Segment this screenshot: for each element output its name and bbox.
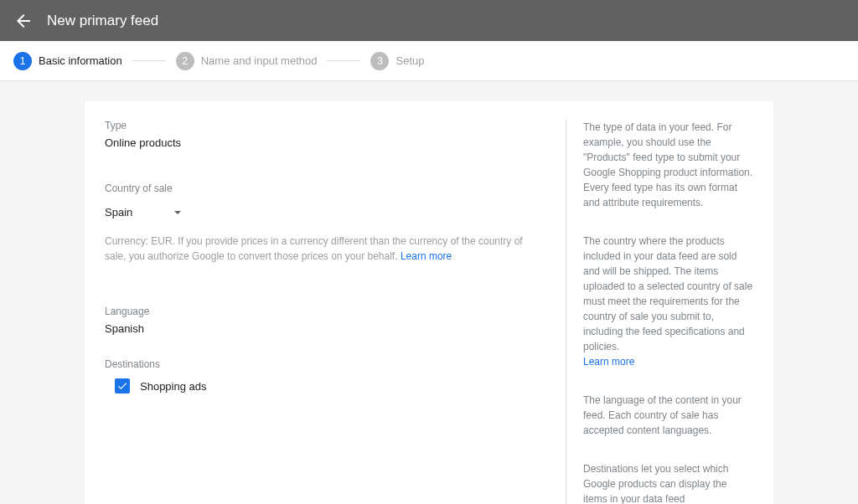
help-destinations: Destinations let you select which Google… bbox=[583, 461, 753, 504]
back-arrow-icon[interactable] bbox=[13, 11, 34, 31]
shopping-ads-checkbox[interactable] bbox=[115, 378, 130, 393]
help-country-learn-more-link[interactable]: Learn more bbox=[583, 356, 634, 368]
country-field-group: Country of sale Spain Currency: EUR. If … bbox=[105, 183, 535, 264]
language-label: Language bbox=[105, 306, 535, 317]
country-helper-content: Currency: EUR. If you provide prices in … bbox=[105, 235, 523, 262]
help-country: The country where the products included … bbox=[583, 234, 753, 369]
stepper: 1 Basic information 2 Name and input met… bbox=[0, 41, 858, 81]
language-value: Spanish bbox=[105, 322, 535, 335]
form-left-column: Type Online products Country of sale Spa… bbox=[105, 120, 566, 504]
destinations-option-row: Shopping ads bbox=[105, 378, 535, 393]
country-learn-more-link[interactable]: Learn more bbox=[401, 250, 452, 262]
country-label: Country of sale bbox=[105, 183, 535, 194]
content-area: Type Online products Country of sale Spa… bbox=[0, 81, 858, 504]
step-3-label: Setup bbox=[395, 54, 424, 67]
language-field-group: Language Spanish bbox=[105, 306, 535, 335]
type-value: Online products bbox=[105, 136, 535, 149]
step-1-circle: 1 bbox=[13, 52, 32, 70]
shopping-ads-label: Shopping ads bbox=[140, 380, 207, 393]
destinations-field-group: Destinations Shopping ads bbox=[105, 358, 535, 393]
page-title: New primary feed bbox=[47, 13, 158, 29]
type-label: Type bbox=[105, 120, 535, 131]
step-2[interactable]: 2 Name and input method bbox=[176, 52, 318, 70]
step-1-label: Basic information bbox=[39, 54, 122, 67]
country-helper-text: Currency: EUR. If you provide prices in … bbox=[105, 234, 535, 264]
help-right-column: The type of data in your feed. For examp… bbox=[566, 120, 753, 504]
step-2-circle: 2 bbox=[176, 52, 194, 70]
country-selected-value: Spain bbox=[105, 206, 132, 219]
page-header: New primary feed bbox=[0, 0, 858, 41]
destinations-label: Destinations bbox=[105, 358, 535, 370]
step-3[interactable]: 3 Setup bbox=[370, 52, 424, 70]
step-2-label: Name and input method bbox=[201, 54, 318, 67]
country-dropdown[interactable]: Spain bbox=[105, 199, 181, 225]
step-3-circle: 3 bbox=[370, 52, 389, 70]
help-language: The language of the content in your feed… bbox=[583, 393, 753, 438]
type-field-group: Type Online products bbox=[105, 120, 535, 149]
form-card: Type Online products Country of sale Spa… bbox=[85, 101, 773, 504]
step-divider bbox=[132, 60, 166, 61]
chevron-down-icon bbox=[174, 211, 181, 214]
step-1[interactable]: 1 Basic information bbox=[13, 52, 122, 70]
help-type: The type of data in your feed. For examp… bbox=[583, 120, 753, 210]
help-country-text: The country where the products included … bbox=[583, 235, 752, 352]
step-divider bbox=[327, 60, 360, 61]
